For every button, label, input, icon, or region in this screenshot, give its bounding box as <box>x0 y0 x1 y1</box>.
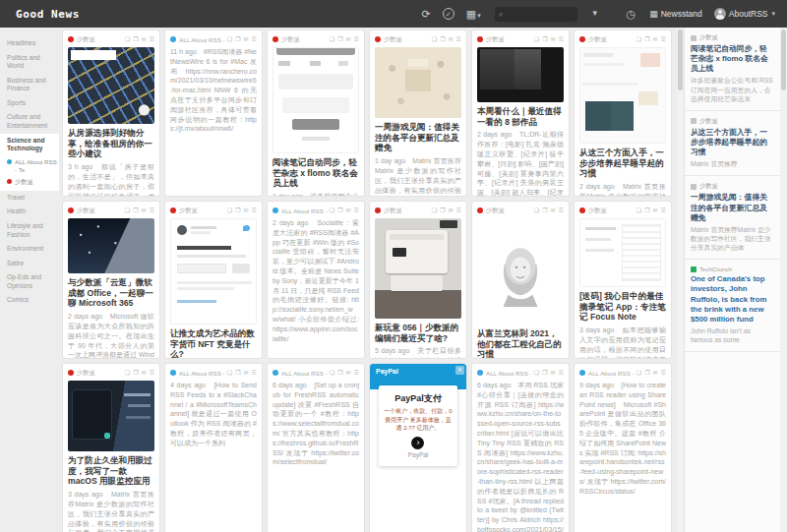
menu-icon[interactable]: ☰ <box>252 370 257 376</box>
layout-icon[interactable]: ▦▾ <box>466 9 481 20</box>
share-icon[interactable]: ❐ <box>644 36 649 42</box>
user-menu[interactable]: AboutRSS ▾ <box>714 8 775 20</box>
panel-article[interactable]: TechCrunch One of Canada's top investors… <box>685 260 780 352</box>
arrow-button[interactable]: › <box>411 437 424 449</box>
share-icon[interactable]: ❐ <box>133 207 138 213</box>
menu-icon[interactable]: ☰ <box>661 207 666 213</box>
panel-scrollbar-thumb[interactable] <box>781 30 786 90</box>
sidebar-item-business-and-finance[interactable]: Business and Finance <box>0 74 59 96</box>
bookmark-icon[interactable]: ❏ <box>125 36 130 42</box>
menu-icon[interactable]: ☰ <box>661 370 666 376</box>
mail-icon[interactable]: ✉ <box>244 370 249 376</box>
sidebar-item-travel[interactable]: Travel <box>0 191 59 206</box>
sidebar-item-politics-and-world[interactable]: Politics and World <box>0 51 59 74</box>
panel-article[interactable]: 少数派 从这三个方面入手，一步步培养起早睡早起的习惯 Matrix 首页推荐 <box>685 111 780 177</box>
share-icon[interactable]: ❐ <box>542 207 547 213</box>
share-icon[interactable]: ❐ <box>133 36 138 42</box>
bookmark-icon[interactable]: ❏ <box>432 36 437 42</box>
share-icon[interactable]: ❐ <box>644 370 649 376</box>
share-icon[interactable]: ❐ <box>133 370 138 376</box>
sidebar-item-satire[interactable]: Satire <box>0 257 59 271</box>
menu-icon[interactable]: ☰ <box>661 36 666 42</box>
bookmark-icon[interactable]: ❏ <box>636 36 641 42</box>
menu-icon[interactable]: ☰ <box>559 207 564 213</box>
sidebar-item-culture-and-entertainment[interactable]: Culture and Entertainment <box>0 110 59 133</box>
menu-icon[interactable]: ☰ <box>559 36 564 42</box>
bookmark-icon[interactable]: ❏ <box>636 207 641 213</box>
clock-icon[interactable]: ◷ <box>627 9 636 20</box>
panel-article[interactable]: 少数派 一周游戏见闻：值得关注的各平台更新汇总及赠免 Matrix 首页推荐Ma… <box>685 176 780 260</box>
sidebar-feed-sspai[interactable]: 少数派 <box>0 176 59 188</box>
sidebar-item-comics[interactable]: Comics <box>0 293 59 308</box>
sidebar-item-sports[interactable]: Sports <box>0 96 59 111</box>
menu-icon[interactable]: ☰ <box>559 370 564 376</box>
share-icon[interactable]: ❐ <box>235 36 240 42</box>
mail-icon[interactable]: ✉ <box>653 370 658 376</box>
menu-icon[interactable]: ☰ <box>150 370 154 376</box>
menu-icon[interactable]: ☰ <box>150 207 154 213</box>
mail-icon[interactable]: ✉ <box>449 207 454 213</box>
bookmark-icon[interactable]: ❏ <box>432 207 437 213</box>
newsstand-button[interactable]: ▦ Newsstand <box>649 9 702 19</box>
menu-icon[interactable]: ☰ <box>354 207 359 213</box>
mark-all-read-icon[interactable]: ✓ <box>443 8 454 20</box>
bookmark-icon[interactable]: ❏ <box>227 36 232 42</box>
bookmark-icon[interactable]: ❏ <box>534 370 539 376</box>
bookmark-icon[interactable]: ❏ <box>534 207 539 213</box>
share-icon[interactable]: ❐ <box>440 207 445 213</box>
sidebar-item-lifestyle-and-fashion[interactable]: Lifestyle and Fashion <box>0 219 59 242</box>
article-card[interactable]: 少数派 ❏❐✉☰ 从房源选择到好物分享，给准备租房的你一些小建议 3 h ago… <box>62 30 160 197</box>
share-icon[interactable]: ❐ <box>440 36 445 42</box>
mail-icon[interactable]: ✉ <box>244 36 249 42</box>
article-card[interactable]: 少数派 ❏❐✉☰ [送码] 我心目中的最佳摘录笔记 App：专注笔记 Focus… <box>574 201 672 359</box>
mail-icon[interactable]: ✉ <box>449 36 454 42</box>
article-card[interactable]: 少数派 ❏❐✉☰ 本周看什么｜最近值得一看的 8 部作品 2 days ago … <box>471 30 570 197</box>
mail-icon[interactable]: ✉ <box>142 207 147 213</box>
share-icon[interactable]: ❐ <box>235 207 240 213</box>
filter-icon[interactable]: ▼ <box>591 10 599 18</box>
article-card[interactable]: 少数派 ❏❐✉☰ 从富兰克林到 2021，他们都在工程化自己的习惯 3 days… <box>471 201 570 359</box>
search-box[interactable]: ⌕ <box>495 7 577 22</box>
article-card[interactable]: ALL About RSS - Teleg ❏❐✉☰ 9 days ago [H… <box>574 363 672 532</box>
bookmark-icon[interactable]: ❏ <box>227 370 232 376</box>
bookmark-icon[interactable]: ❏ <box>330 207 334 213</box>
search-input[interactable] <box>506 10 567 19</box>
share-icon[interactable]: ❐ <box>235 370 240 376</box>
mail-icon[interactable]: ✉ <box>142 370 147 376</box>
article-card[interactable]: ALL About RSS - Teleg ❏❐✉☰ 6 days ago [S… <box>267 363 365 532</box>
mail-icon[interactable]: ✉ <box>142 36 147 42</box>
article-card[interactable]: 少数派 ❏❐✉☰ 与少数派「云逛」微软成都 Office，一起聊一聊 Micro… <box>62 201 160 359</box>
article-card[interactable]: 少数派 ❏❐✉☰ 从这三个方面入手，一步步培养起早睡早起的习惯 2 days a… <box>574 30 672 197</box>
panel-article[interactable]: 少数派 阅读笔记自动同步，轻芒杂志 x flomo 联名会员上线 许多想要聚合公… <box>685 28 780 111</box>
mail-icon[interactable]: ✉ <box>346 370 351 376</box>
ad-card[interactable]: PayPal ✕ PayPal支付 一个账户，收款、付款，0费用开户 更多新体验… <box>369 363 467 532</box>
article-card[interactable]: 少数派 ❏❐✉☰ 为了防止久坐和用眼过度，我写了一款 macOS 用眼监控应用 … <box>62 363 160 532</box>
main-scrollbar-thumb[interactable] <box>678 30 683 90</box>
bookmark-icon[interactable]: ❏ <box>330 36 334 42</box>
menu-icon[interactable]: ☰ <box>150 36 154 42</box>
sidebar-item-science-and-technology[interactable]: Science and Technology <box>0 134 59 156</box>
mail-icon[interactable]: ✉ <box>551 370 556 376</box>
share-icon[interactable]: ❐ <box>337 207 342 213</box>
menu-icon[interactable]: ☰ <box>354 370 359 376</box>
menu-icon[interactable]: ☰ <box>252 207 257 213</box>
share-icon[interactable]: ❐ <box>542 36 547 42</box>
article-card[interactable]: ALL About RSS - Teleg ❏❐✉☰ 4 days ago [H… <box>164 363 263 532</box>
article-card[interactable]: ALL About RSS - Teleg ❏❐✉☰ 6 days ago 本周… <box>471 363 570 532</box>
mail-icon[interactable]: ✉ <box>551 36 556 42</box>
share-icon[interactable]: ❐ <box>337 370 342 376</box>
bookmark-icon[interactable]: ❏ <box>227 207 232 213</box>
share-icon[interactable]: ❐ <box>644 207 649 213</box>
menu-icon[interactable]: ☰ <box>354 36 359 42</box>
bookmark-icon[interactable]: ❏ <box>330 370 334 376</box>
mail-icon[interactable]: ✉ <box>346 36 351 42</box>
article-card[interactable]: ALL About RSS - Teleg ❏❐✉☰ 11 h ago #RSS… <box>164 30 263 197</box>
bookmark-icon[interactable]: ❏ <box>125 370 130 376</box>
mail-icon[interactable]: ✉ <box>244 207 249 213</box>
article-card[interactable]: 少数派 ❏❐✉☰ 阅读笔记自动同步，轻芒杂志 x flomo 联名会员上线 1 … <box>267 30 365 197</box>
refresh-icon[interactable]: ⟳ <box>422 9 431 20</box>
bookmark-icon[interactable]: ❏ <box>636 370 641 376</box>
mail-icon[interactable]: ✉ <box>653 207 658 213</box>
mail-icon[interactable]: ✉ <box>346 207 351 213</box>
sidebar-item-health[interactable]: Health <box>0 205 59 219</box>
